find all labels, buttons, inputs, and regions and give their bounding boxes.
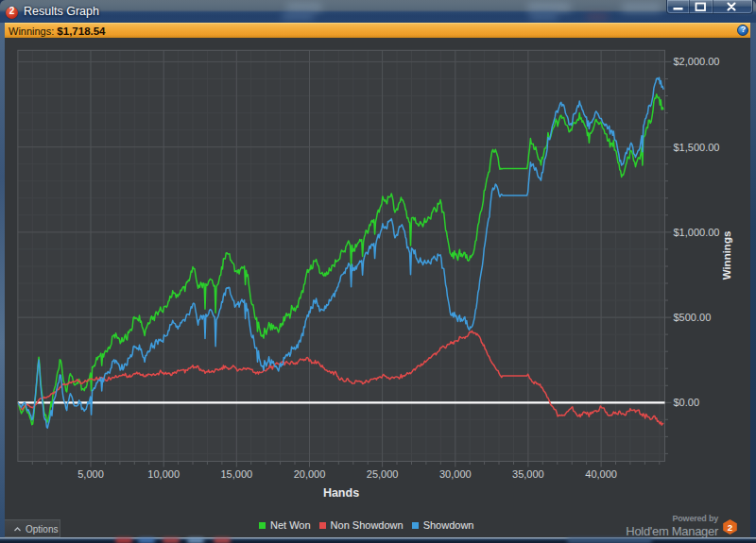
svg-text:Winnings: Winnings: [721, 231, 732, 280]
svg-text:$1,500.00: $1,500.00: [674, 142, 720, 153]
svg-text:$0.00: $0.00: [674, 397, 700, 408]
svg-text:35,000: 35,000: [512, 468, 544, 480]
svg-text:2: 2: [728, 522, 733, 533]
svg-text:10,000: 10,000: [147, 468, 180, 480]
svg-text:Hands: Hands: [323, 486, 359, 500]
svg-text:$500.00: $500.00: [674, 312, 712, 323]
svg-text:$2,000.00: $2,000.00: [674, 56, 720, 67]
svg-text:40,000: 40,000: [585, 468, 617, 480]
svg-text:20,000: 20,000: [294, 468, 326, 480]
svg-text:$1,000.00: $1,000.00: [674, 227, 720, 238]
svg-text:5,000: 5,000: [77, 468, 104, 480]
svg-text:15,000: 15,000: [220, 468, 252, 480]
svg-text:30,000: 30,000: [439, 468, 472, 480]
svg-text:25,000: 25,000: [367, 468, 399, 480]
